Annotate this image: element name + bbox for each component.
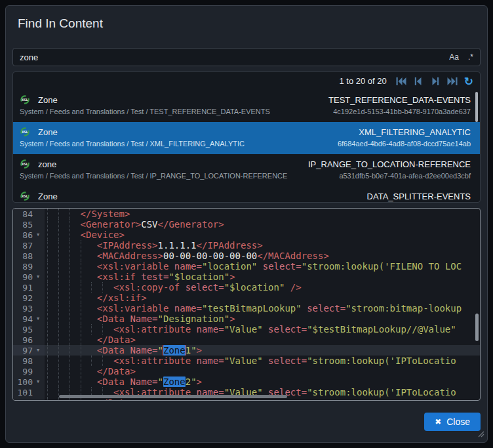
indent-guide [47,335,58,345]
indent-guide [69,293,81,303]
indent-guide [47,303,58,314]
first-page-icon[interactable] [396,77,406,86]
indent-guide [81,356,92,366]
result-uuid: 4c192e1d-5153-41bb-b478-9170a3ade637 [333,108,471,115]
code-token: > [229,314,235,324]
code-line[interactable]: 95<xsl:attribute name="Value" select="$t… [13,324,480,335]
result-item[interactable]: XSLZoneTEST_REFERENCE_DATA-EVENTSSystem … [13,90,480,122]
indent-guide [47,293,58,303]
previous-page-icon[interactable] [413,77,424,86]
code-line[interactable]: 86▼<Device> [13,230,480,240]
code-line[interactable]: 87 <IPAddress>1.1.1.1</IPAddress> [13,240,480,251]
code-token: "testBitmapLookup" [202,303,302,314]
results-scrollbar[interactable] [475,92,478,122]
vertical-scrollbar[interactable] [475,314,479,341]
line-number: 99 [13,367,33,377]
code-line[interactable]: 96 </Data> [13,335,480,345]
code-line[interactable]: 90▼ <xsl:if test="$location"> [13,272,480,282]
fold-arrow-icon[interactable]: ▼ [33,274,43,279]
code-token: CSV [141,219,157,230]
dialog-title: Find In Content [18,16,479,31]
result-doc-name: IP_RANGE_TO_LOCATION-REFERENCE [308,159,471,169]
indent-guide [69,282,81,293]
indent-guide [102,282,113,293]
indent-guide [58,356,69,366]
line-number: 102 [13,398,33,401]
code-text: <Data Name="Zone2"> [45,377,480,387]
code-text: </System> [45,209,480,219]
indent-guide [81,240,92,251]
code-token: <Device> [81,230,125,240]
code-editor[interactable]: 84</System>85<Generator>CSV</Generator>8… [12,208,481,401]
fold-arrow-icon[interactable]: ▼ [33,232,43,237]
gutter-cell: 95 [13,324,45,335]
code-line[interactable]: 94▼ <Data Name="Designation"> [13,314,480,324]
code-line[interactable]: 84</System> [13,209,480,219]
indent-guide [81,366,92,377]
code-token: <xsl:variable [97,303,174,314]
result-item[interactable]: XSLZoneXML_FILTERING_ANALYTICSystem / Fe… [13,122,480,154]
indent-space [91,261,96,272]
code-line[interactable]: 89 <xsl:variable name="location" select=… [13,261,480,272]
indent-guide [58,219,69,230]
code-text: <IPAddress>1.1.1.1</IPAddress> [45,240,480,251]
code-token: select= [268,356,307,366]
line-number: 86 [13,230,33,240]
indent-guide [69,261,81,272]
line-number: 92 [13,293,33,303]
gutter-cell: 94▼ [13,314,45,324]
code-line[interactable]: 98<xsl:attribute name="Value" select="st… [13,356,480,366]
code-line[interactable]: 91<xsl:copy-of select="$location" /> [13,282,480,293]
code-text: <Device> [45,230,480,240]
fold-arrow-icon[interactable]: ▼ [33,348,43,353]
code-token: </IPAddress> [197,240,263,251]
indent-guide [47,397,58,401]
code-token [263,356,268,366]
indent-guide [47,387,58,397]
code-token: select= [307,303,345,314]
match-case-icon[interactable]: Aa [449,53,459,61]
code-token: <Generator> [81,219,142,230]
horizontal-scrollbar[interactable] [59,395,287,398]
code-line[interactable]: 97▼ <Data Name="Zone1"> [13,345,480,356]
line-number: 87 [13,241,33,251]
code-line[interactable]: 99 </Data> [13,366,480,377]
regex-icon[interactable]: .* [468,53,473,61]
indent-space [91,303,96,314]
line-number: 91 [13,283,33,293]
code-token: </Generator> [158,219,224,230]
result-item[interactable]: XSLzoneIP_RANGE_TO_LOCATION-REFERENCESys… [13,154,480,186]
code-line[interactable]: 92 </xsl:if> [13,293,480,303]
code-token: 1" [186,345,197,356]
resize-handle-icon[interactable] [477,428,484,440]
code-text: </Data> [45,366,480,377]
code-line[interactable]: 93 <xsl:variable name="testBitmapLookup"… [13,303,480,314]
result-item[interactable]: XSLZoneDATA_SPLITTER-EVENTS [13,186,480,203]
code-text: </Data> [45,335,480,345]
code-line[interactable]: 100▼ <Data Name="Zone2"> [13,377,480,387]
indent-guide [69,230,81,240]
code-token: "Value" [224,356,263,366]
code-token: <xsl:if [97,272,141,282]
fold-arrow-icon[interactable]: ▼ [33,316,43,321]
indent-guide [69,240,81,251]
fold-arrow-icon[interactable]: ▼ [33,379,43,384]
indent-guide [58,251,69,261]
code-token: " [158,345,163,356]
code-line[interactable]: 85<Generator>CSV</Generator> [13,219,480,230]
close-button[interactable]: ✖ Close [424,413,481,431]
next-page-icon[interactable] [430,77,441,86]
indent-guide [69,335,81,345]
code-token: Name= [130,314,157,324]
code-line[interactable]: 88 <MACAddress>00-00-00-00-00-00</MACAdd… [13,251,480,261]
refresh-icon[interactable]: ↻ [464,77,473,86]
result-uuid: 6f684aed-4bd6-4ad8-af08-dccd75ae14ab [338,140,471,148]
code-text: <xsl:copy-of select="$location" /> [45,282,480,293]
indent-guide [69,377,81,387]
indent-guide [47,230,58,240]
code-token: select= [186,282,224,293]
last-page-icon[interactable] [447,77,458,86]
code-token [285,282,290,293]
indent-guide [47,356,58,366]
search-input[interactable] [20,52,440,62]
